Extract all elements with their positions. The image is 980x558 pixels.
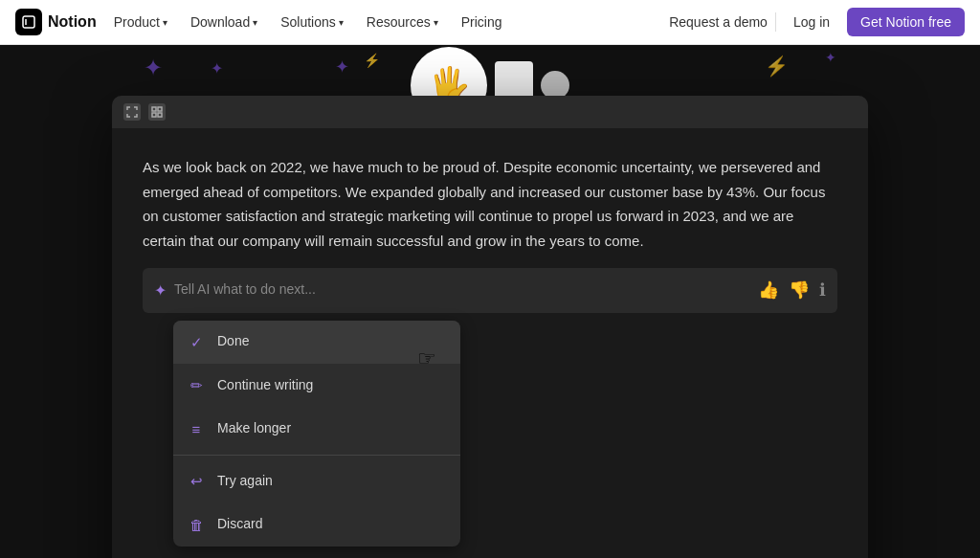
menu-item-make-longer[interactable]: ≡ Make longer	[173, 408, 460, 452]
menu-item-discard[interactable]: 🗑 Discard	[173, 503, 460, 547]
svg-rect-2	[152, 107, 156, 111]
chevron-down-icon: ▾	[339, 17, 344, 28]
illustration-card	[495, 61, 533, 98]
logo-text: Notion	[48, 13, 97, 31]
retry-icon: ↩	[187, 469, 206, 494]
video-top-bar	[112, 96, 868, 128]
ai-star-icon: ✦	[154, 278, 167, 303]
logo-icon	[15, 9, 42, 35]
request-demo-link[interactable]: Request a demo	[669, 14, 768, 30]
svg-rect-5	[158, 113, 162, 117]
nav-download[interactable]: Download ▾	[181, 9, 267, 35]
navbar: Notion Product ▾ Download ▾ Solutions ▾ …	[0, 0, 980, 45]
nav-right: Request a demo Log in Get Notion free	[669, 8, 965, 36]
nav-resources[interactable]: Resources ▾	[357, 9, 448, 35]
nav-solutions[interactable]: Solutions ▾	[271, 9, 353, 35]
menu-item-try-again[interactable]: ↩ Try again	[173, 459, 460, 503]
deco-star-1: ✦	[144, 55, 163, 81]
ai-actions: 👍 👎 ℹ	[758, 276, 826, 305]
deco-bolt-1: ⚡	[364, 53, 380, 68]
chevron-down-icon: ▾	[163, 17, 167, 28]
content-text: As we look back on 2022, we have much to…	[143, 155, 837, 253]
lines-icon: ≡	[187, 417, 206, 442]
svg-rect-0	[23, 16, 34, 28]
trash-icon: 🗑	[187, 513, 206, 538]
svg-rect-4	[152, 113, 156, 117]
get-notion-free-button[interactable]: Get Notion free	[847, 8, 965, 36]
deco-bolt-2: ⚡	[765, 55, 789, 78]
pencil-icon: ✏	[187, 373, 206, 398]
expand-icon[interactable]	[123, 103, 141, 121]
ai-dropdown-menu: ✓ Done ✏ Continue writing ≡ Make longer …	[173, 321, 460, 547]
svg-rect-3	[158, 107, 162, 111]
checkmark-icon: ✓	[187, 330, 206, 355]
deco-star-4: ✦	[825, 50, 836, 65]
chevron-down-icon: ▾	[434, 17, 438, 28]
deco-star-3: ✦	[335, 56, 349, 78]
illustration-circle: 🖐	[411, 47, 487, 98]
thumbs-down-icon[interactable]: 👎	[789, 276, 810, 305]
decoration-area: ✦ ✦ ✦ ⚡ 🖐 ⚡ ✦	[0, 45, 980, 98]
nav-product[interactable]: Product ▾	[104, 9, 177, 35]
nav-divider	[775, 12, 776, 32]
content-body: As we look back on 2022, we have much to…	[112, 128, 868, 558]
menu-divider	[173, 455, 460, 456]
illustration-circle-sm	[541, 71, 569, 98]
grid-icon[interactable]	[148, 103, 166, 121]
ai-input[interactable]: Tell AI what to do next...	[174, 279, 758, 301]
logo[interactable]: Notion	[15, 9, 97, 35]
login-button[interactable]: Log in	[784, 9, 839, 35]
chevron-down-icon: ▾	[253, 17, 257, 28]
deco-star-2: ✦	[211, 59, 223, 78]
video-container: As we look back on 2022, we have much to…	[112, 96, 868, 558]
nav-pricing[interactable]: Pricing	[452, 9, 512, 35]
menu-item-continue[interactable]: ✏ Continue writing	[173, 364, 460, 408]
menu-item-done[interactable]: ✓ Done	[173, 321, 460, 365]
ai-input-row[interactable]: ✦ Tell AI what to do next... 👍 👎 ℹ	[143, 268, 837, 313]
center-illustration: 🖐	[411, 47, 569, 98]
info-icon[interactable]: ℹ	[819, 276, 826, 305]
nav-links: Product ▾ Download ▾ Solutions ▾ Resourc…	[104, 9, 670, 35]
thumbs-up-icon[interactable]: 👍	[758, 276, 779, 305]
